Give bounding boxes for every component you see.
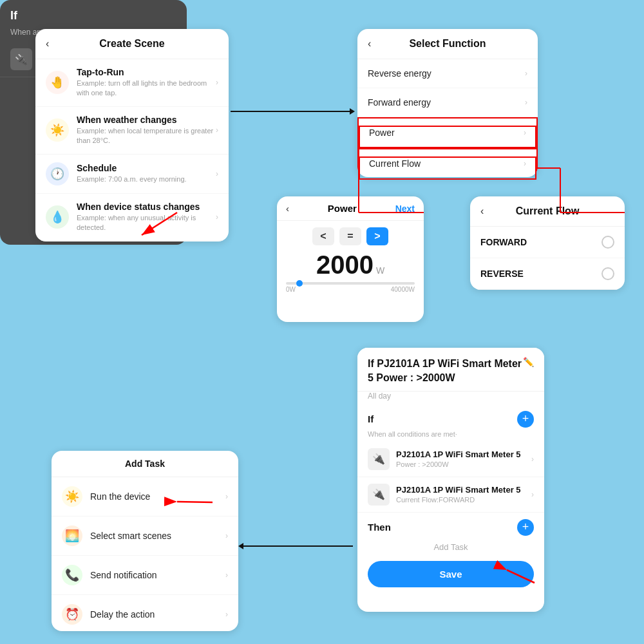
power-ops-row: < = > xyxy=(277,221,424,248)
scene-item-title: When device status changes xyxy=(77,202,216,212)
scene-item-subtitle: Example: 7:00 a.m. every morning. xyxy=(77,175,216,184)
power-back-arrow[interactable]: ‹ xyxy=(286,203,289,214)
function-item-label: Forward energy xyxy=(368,97,431,108)
scene-then-section: Then + xyxy=(357,513,544,538)
scene-device-item[interactable]: 🔌 PJ2101A 1P WiFi Smart Meter 5 Power : … xyxy=(357,442,544,477)
scene-list-item[interactable]: 🤚 Tap-to-Run Example: turn off all light… xyxy=(35,59,229,107)
scene-if-add-btn[interactable]: + xyxy=(517,411,534,428)
function-list-item[interactable]: Reverse energy › xyxy=(357,59,538,88)
scene-result-title: If PJ2101A 1P WiFi Smart Meter 5 Power :… xyxy=(368,357,523,386)
function-list-item[interactable]: Current Flow › xyxy=(357,148,538,177)
scene-item-title: Tap-to-Run xyxy=(77,67,216,77)
scene-list-item[interactable]: ☀️ When weather changes Example: when lo… xyxy=(35,107,229,155)
scene-device-condition: Power : >2000W xyxy=(396,460,531,468)
scene-item-subtitle: Example: when any unusual activity is de… xyxy=(77,213,216,233)
scene-if-label: If xyxy=(368,413,374,424)
power-slider-thumb[interactable] xyxy=(296,280,303,287)
current-flow-title: Current Flow xyxy=(516,205,580,217)
scene-device-text: PJ2101A 1P WiFi Smart Meter 5 Current Fl… xyxy=(396,485,531,504)
power-title: Power xyxy=(328,203,357,214)
cf-back-arrow[interactable]: ‹ xyxy=(480,205,484,217)
scene-item-icon: ☀️ xyxy=(46,118,69,142)
add-task-item-icon: 📞 xyxy=(62,565,82,585)
cf-item-label: FORWARD xyxy=(480,237,527,247)
cf-list-item[interactable]: FORWARD xyxy=(470,227,625,258)
power-range-max: 40000W xyxy=(391,286,415,293)
current-flow-card: ‹ Current Flow FORWARD REVERSE xyxy=(470,196,625,290)
scene-device-item[interactable]: 🔌 PJ2101A 1P WiFi Smart Meter 5 Current … xyxy=(357,477,544,513)
scene-device-condition: Current Flow:FORWARD xyxy=(396,496,531,504)
back-arrow-head xyxy=(238,543,243,549)
add-task-item-icon: ⏰ xyxy=(62,604,82,625)
power-unit: W xyxy=(376,265,384,276)
add-task-item-label: Send notification xyxy=(90,570,225,580)
create-scene-header: ‹ Create Scene xyxy=(35,29,229,59)
scene-then-add-btn[interactable]: + xyxy=(517,519,534,536)
power-next-btn[interactable]: Next xyxy=(395,204,415,214)
scene-save-btn[interactable]: Save xyxy=(368,561,534,587)
power-op-less[interactable]: < xyxy=(312,227,334,245)
scene-item-text: When weather changes Example: when local… xyxy=(77,115,216,146)
current-flow-header: ‹ Current Flow xyxy=(470,196,625,227)
scene-list-item[interactable]: 🕐 Schedule Example: 7:00 a.m. every morn… xyxy=(35,155,229,194)
scene-result-allday: All day xyxy=(357,392,544,404)
scene-item-icon: 🕐 xyxy=(46,162,69,185)
cf-list-item[interactable]: REVERSE xyxy=(470,258,625,290)
add-task-title: Add Task xyxy=(52,451,238,477)
add-task-list-item[interactable]: ⏰ Delay the action › xyxy=(52,595,238,631)
function-item-label: Reverse energy xyxy=(368,68,431,79)
function-list-item[interactable]: Power › xyxy=(357,117,538,148)
function-item-chevron: › xyxy=(524,128,526,137)
add-task-list-item[interactable]: ☀️ Run the device › xyxy=(52,477,238,516)
scene-item-text: When device status changes Example: when… xyxy=(77,202,216,233)
cf-radio-btn[interactable] xyxy=(601,267,614,280)
scene-item-chevron: › xyxy=(216,169,218,178)
power-card: ‹ Power Next < = > 2000 W 0W 40000W xyxy=(277,196,424,322)
add-task-list-item[interactable]: 📞 Send notification › xyxy=(52,556,238,595)
scene-item-subtitle: Example: when local temperature is great… xyxy=(77,126,216,146)
cf-item-label: REVERSE xyxy=(480,269,524,279)
scene-device-text: PJ2101A 1P WiFi Smart Meter 5 Power : >2… xyxy=(396,450,531,468)
scene-item-chevron: › xyxy=(216,126,218,135)
cf-items-list: FORWARD REVERSE xyxy=(470,227,625,290)
arrow-result-to-addtask xyxy=(238,543,353,549)
back-arrow-line xyxy=(243,545,353,547)
add-task-items-list: ☀️ Run the device › 🌅 Select smart scene… xyxy=(52,477,238,631)
select-function-header: ‹ Select Function xyxy=(357,29,538,59)
select-function-card: ‹ Select Function Reverse energy › Forwa… xyxy=(357,29,538,177)
power-slider-row xyxy=(277,282,424,285)
function-items-list: Reverse energy › Forward energy › Power … xyxy=(357,59,538,177)
create-scene-title: Create Scene xyxy=(99,38,164,50)
back-arrow-icon[interactable]: ‹ xyxy=(46,38,49,50)
scene-device-icon: 🔌 xyxy=(368,484,390,506)
scene-list-item[interactable]: 💧 When device status changes Example: wh… xyxy=(35,194,229,242)
edit-icon[interactable]: ✏️ xyxy=(523,357,534,367)
power-op-equal[interactable]: = xyxy=(339,227,361,245)
function-list-item[interactable]: Forward energy › xyxy=(357,88,538,117)
scene-then-label: Then xyxy=(368,522,391,533)
scene-device-chevron: › xyxy=(531,490,534,499)
function-item-label: Power xyxy=(369,128,395,138)
add-task-card: Add Task ☀️ Run the device › 🌅 Select sm… xyxy=(52,451,238,631)
power-value-display: 2000 W xyxy=(277,248,424,282)
power-header: ‹ Power Next xyxy=(277,196,424,221)
power-number: 2000 xyxy=(316,251,374,279)
scene-item-icon: 💧 xyxy=(46,205,69,229)
scene-conditions-label: When all conditions are met· xyxy=(357,430,544,442)
scene-item-title: Schedule xyxy=(77,163,216,173)
scene-result-header: If PJ2101A 1P WiFi Smart Meter 5 Power :… xyxy=(357,348,544,392)
scene-device-icon: 🔌 xyxy=(368,448,390,470)
sf-back-arrow[interactable]: ‹ xyxy=(368,38,371,50)
add-task-item-chevron: › xyxy=(225,492,228,501)
arrow-head xyxy=(350,108,355,115)
power-op-greater[interactable]: > xyxy=(366,227,388,245)
add-task-list-item[interactable]: 🌅 Select smart scenes › xyxy=(52,516,238,556)
scene-item-icon: 🤚 xyxy=(46,71,69,94)
power-range-min: 0W xyxy=(286,286,296,293)
function-item-label: Current Flow xyxy=(369,158,421,169)
power-slider-track[interactable] xyxy=(286,282,415,285)
cf-radio-btn[interactable] xyxy=(601,236,614,249)
scene-device-name: PJ2101A 1P WiFi Smart Meter 5 xyxy=(396,485,531,496)
scene-item-title: When weather changes xyxy=(77,115,216,125)
scene-item-chevron: › xyxy=(216,213,218,222)
